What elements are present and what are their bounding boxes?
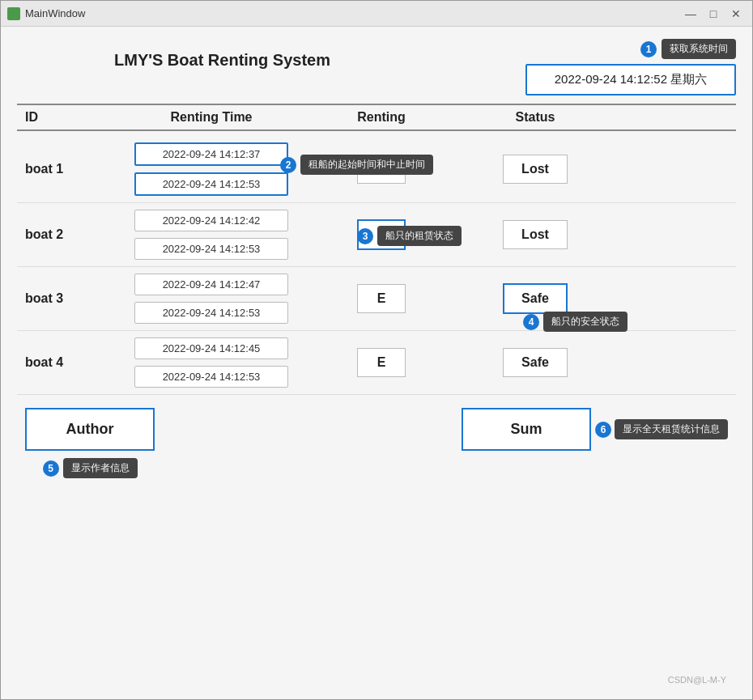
window-title: MainWindow (25, 7, 676, 19)
get-time-tooltip-label: 获取系统时间 (662, 39, 736, 59)
author-button[interactable]: Author (25, 408, 155, 451)
renting-cell-boat4: E (308, 348, 454, 377)
col-status: Status (454, 110, 616, 125)
time-start-boat1: 2022-09-24 14:12:37 (134, 142, 288, 166)
title-bar-controls: — □ ✕ (681, 6, 746, 22)
status-button-boat2[interactable]: Lost (503, 220, 568, 249)
time-start-boat4: 2022-09-24 14:12:45 (134, 337, 288, 359)
table-row: boat 4 2022-09-24 14:12:45 2022-09-24 14… (17, 331, 736, 395)
time-cell-boat4: 2022-09-24 14:12:45 2022-09-24 14:12:53 (114, 337, 308, 388)
annotation-tooltip-5: 显示作者信息 (63, 458, 138, 478)
main-content: LMY'S Boat Renting System 1 获取系统时间 2022-… (1, 27, 752, 699)
main-window: MainWindow — □ ✕ LMY'S Boat Renting Syst… (0, 0, 753, 700)
boat-id: boat 3 (17, 291, 114, 306)
bottom-section: Author 5 显示作者信息 Sum 6 显示全天租赁统计信息 (17, 408, 736, 478)
annotation-tooltip-6: 显示全天租赁统计信息 (615, 419, 728, 439)
app-icon (7, 7, 20, 20)
status-cell-boat1: Lost (454, 155, 616, 184)
status-cell-boat4: Safe (454, 348, 616, 377)
annotation-badge-1: 1 (640, 41, 657, 57)
status-button-boat1[interactable]: Lost (503, 155, 568, 184)
close-button[interactable]: ✕ (726, 6, 746, 22)
time-end-boat1: 2022-09-24 14:12:53 (134, 172, 288, 196)
renting-button-boat4[interactable]: E (357, 348, 406, 377)
time-end-boat3: 2022-09-24 14:12:53 (134, 302, 288, 324)
sum-button[interactable]: Sum (462, 408, 591, 451)
annotation-tooltip-4: 船只的安全状态 (543, 312, 628, 332)
renting-button-boat2[interactable]: E (357, 219, 406, 250)
table-row: boat 3 2022-09-24 14:12:47 2022-09-24 14… (17, 267, 736, 331)
time-cell-boat1: 2022-09-24 14:12:37 2022-09-24 14:12:53 … (114, 142, 308, 196)
col-id: ID (17, 110, 114, 125)
author-area: Author 5 显示作者信息 (25, 408, 155, 478)
table-row: boat 1 2022-09-24 14:12:37 2022-09-24 14… (17, 136, 736, 203)
table-row: boat 2 2022-09-24 14:12:42 2022-09-24 14… (17, 203, 736, 267)
time-cell-boat2: 2022-09-24 14:12:42 2022-09-24 14:12:53 (114, 210, 308, 260)
top-right: 1 获取系统时间 2022-09-24 14:12:52 星期六 (525, 39, 736, 95)
maximize-button[interactable]: □ (704, 6, 723, 22)
status-cell-boat3: Safe 4 船只的安全状态 (454, 283, 616, 314)
boat-id: boat 4 (17, 355, 114, 370)
sum-area: Sum 6 显示全天租赁统计信息 (462, 408, 728, 454)
time-end-boat2: 2022-09-24 14:12:53 (134, 238, 288, 260)
top-section: LMY'S Boat Renting System 1 获取系统时间 2022-… (17, 35, 736, 95)
annotation-badge-5: 5 (43, 460, 59, 477)
annotation-badge-4: 4 (523, 314, 539, 330)
status-cell-boat2: Lost (454, 220, 616, 249)
time-start-boat3: 2022-09-24 14:12:47 (134, 274, 288, 295)
time-start-boat2: 2022-09-24 14:12:42 (134, 210, 288, 231)
title-bar: MainWindow — □ ✕ (1, 1, 752, 27)
table-header: ID Renting Time Renting Status (17, 104, 736, 131)
col-renting-time: Renting Time (114, 110, 308, 125)
annotation-badge-6: 6 (595, 422, 611, 438)
time-cell-boat3: 2022-09-24 14:12:47 2022-09-24 14:12:53 (114, 274, 308, 324)
get-time-area: 1 获取系统时间 (640, 39, 736, 59)
renting-button-boat3[interactable]: E (357, 284, 406, 313)
renting-button-boat1[interactable]: E (357, 155, 406, 184)
boat-id: boat 1 (17, 162, 114, 176)
time-end-boat4: 2022-09-24 14:12:53 (134, 366, 288, 388)
renting-cell-boat1: E (308, 155, 454, 184)
app-title: LMY'S Boat Renting System (114, 51, 330, 70)
boats-table: boat 1 2022-09-24 14:12:37 2022-09-24 14… (17, 136, 736, 691)
watermark: CSDN@L-M-Y (668, 675, 726, 685)
current-time-display: 2022-09-24 14:12:52 星期六 (525, 64, 736, 95)
minimize-button[interactable]: — (681, 6, 700, 22)
renting-cell-boat3: E (308, 284, 454, 313)
col-renting: Renting (308, 110, 454, 125)
status-button-boat4[interactable]: Safe (503, 348, 568, 377)
status-button-boat3[interactable]: Safe (503, 283, 568, 314)
boat-id: boat 2 (17, 227, 114, 242)
renting-cell-boat2: E 3 船只的租赁状态 (308, 219, 454, 250)
